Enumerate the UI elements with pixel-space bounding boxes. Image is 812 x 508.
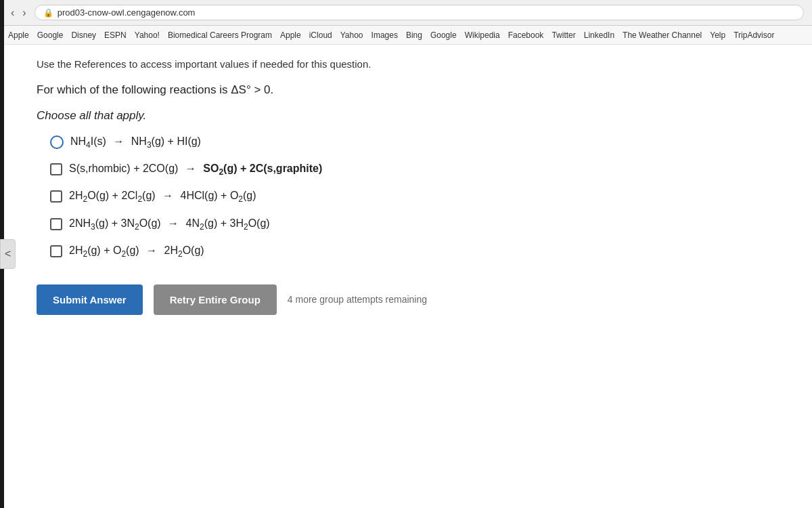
checkbox-3[interactable] xyxy=(50,190,62,203)
back-button[interactable]: ‹ xyxy=(8,5,17,20)
option-4[interactable]: 2NH3(g) + 3N2O(g) → 4N2(g) + 3H2O(g) xyxy=(50,215,591,233)
url-bar[interactable]: 🔒 prod03-cnow-owl.cengagenow.com xyxy=(35,5,804,20)
top-note: Use the References to access important v… xyxy=(37,58,591,70)
bookmark-yahoo2[interactable]: Yahoo xyxy=(340,30,363,40)
checkbox-5[interactable] xyxy=(50,245,62,257)
bookmark-yahoo[interactable]: Yahoo! xyxy=(135,30,160,40)
bookmarks-bar: Apple Google Disney ESPN Yahoo! Biomedic… xyxy=(0,26,812,45)
option-5[interactable]: 2H2(g) + O2(g) → 2H2O(g) xyxy=(50,242,591,260)
page-content: Use the References to access important v… xyxy=(9,45,618,342)
bookmark-bing[interactable]: Bing xyxy=(406,30,422,40)
checkbox-1[interactable] xyxy=(50,135,64,149)
option-3-label: 2H2O(g) + 2Cl2(g) → 4HCl(g) + O2(g) xyxy=(69,188,256,205)
left-stripe xyxy=(0,0,4,342)
bookmark-icloud[interactable]: iCloud xyxy=(309,30,332,40)
bookmark-google2[interactable]: Google xyxy=(430,30,457,40)
checkbox-4[interactable] xyxy=(50,218,62,230)
choose-instruction: Choose all that apply. xyxy=(37,109,591,123)
option-2-label: S(s,rhombic) + 2CO(g) → SO2(g) + 2C(s,gr… xyxy=(69,161,322,178)
bookmark-facebook[interactable]: Facebook xyxy=(508,30,544,40)
url-text: prod03-cnow-owl.cengagenow.com xyxy=(58,7,196,18)
option-4-label: 2NH3(g) + 3N2O(g) → 4N2(g) + 3H2O(g) xyxy=(69,215,270,233)
option-1-label: NH4I(s) → NH3(g) + HI(g) xyxy=(70,133,201,151)
bookmark-biomedical[interactable]: Biomedical Careers Program xyxy=(168,30,272,40)
question-text: For which of the following reactions is … xyxy=(37,83,591,97)
bookmark-weather[interactable]: The Weather Channel xyxy=(623,30,702,40)
buttons-area: Submit Answer Retry Entire Group 4 more … xyxy=(37,284,591,315)
option-1[interactable]: NH4I(s) → NH3(g) + HI(g) xyxy=(50,133,591,151)
option-2[interactable]: S(s,rhombic) + 2CO(g) → SO2(g) + 2C(s,gr… xyxy=(50,161,591,178)
bookmark-tripadvisor[interactable]: TripAdvisor xyxy=(734,30,774,40)
options-list: NH4I(s) → NH3(g) + HI(g) S(s,rhombic) + … xyxy=(37,133,591,260)
retry-button[interactable]: Retry Entire Group xyxy=(154,284,277,315)
bookmark-apple[interactable]: Apple xyxy=(8,30,29,40)
nav-buttons[interactable]: ‹ › xyxy=(8,5,29,20)
bookmark-images[interactable]: Images xyxy=(371,30,398,40)
side-nav-arrow[interactable]: < xyxy=(0,239,16,269)
bookmark-apple2[interactable]: Apple xyxy=(280,30,301,40)
forward-button[interactable]: › xyxy=(20,5,28,20)
checkbox-2[interactable] xyxy=(50,163,62,175)
option-5-label: 2H2(g) + O2(g) → 2H2O(g) xyxy=(69,242,204,260)
bookmark-google[interactable]: Google xyxy=(37,30,64,40)
bookmark-espn[interactable]: ESPN xyxy=(104,30,127,40)
bookmark-wikipedia[interactable]: Wikipedia xyxy=(465,30,500,40)
bookmark-disney[interactable]: Disney xyxy=(71,30,96,40)
bookmark-linkedin[interactable]: LinkedIn xyxy=(584,30,614,40)
submit-button[interactable]: Submit Answer xyxy=(37,284,143,315)
bookmark-twitter[interactable]: Twitter xyxy=(551,30,575,40)
bookmark-yelp[interactable]: Yelp xyxy=(710,30,725,40)
attempts-text: 4 more group attempts remaining xyxy=(288,294,427,305)
option-3[interactable]: 2H2O(g) + 2Cl2(g) → 4HCl(g) + O2(g) xyxy=(50,188,591,205)
lock-icon: 🔒 xyxy=(43,8,53,18)
browser-bar: ‹ › 🔒 prod03-cnow-owl.cengagenow.com xyxy=(0,0,812,26)
